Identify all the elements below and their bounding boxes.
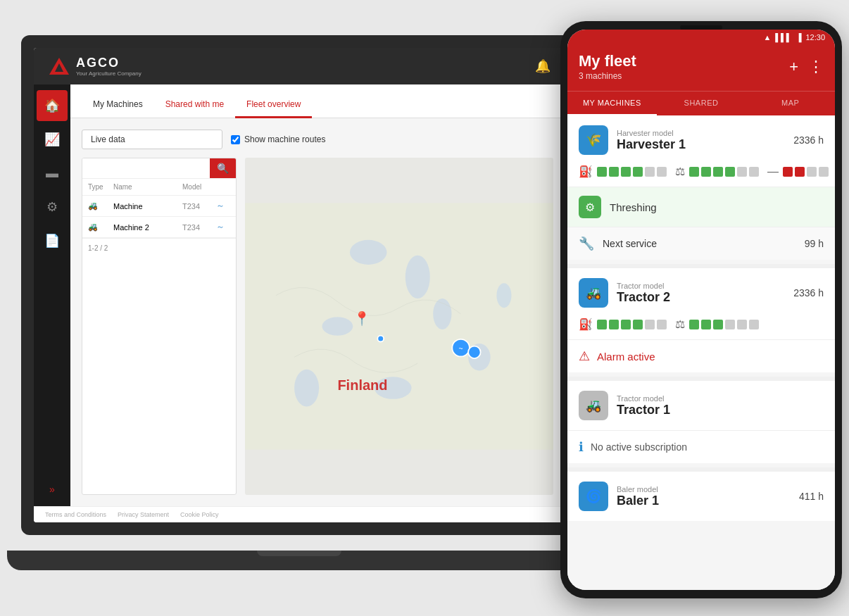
svg-point-4 <box>405 256 430 298</box>
row2-trend-icon: ～ <box>216 221 230 233</box>
harvester1-header[interactable]: 🌾 Harvester model Harvester 1 2336 h <box>567 115 835 165</box>
harvester1-hours: 2336 h <box>793 134 824 146</box>
agco-sub: Your Agriculture Company <box>76 70 142 77</box>
show-routes-checkbox-label[interactable]: Show machine routes <box>231 134 325 144</box>
baler1-header[interactable]: 🌀 Baler model Baler 1 411 h <box>567 472 835 521</box>
bar <box>597 167 607 177</box>
svg-point-14 <box>468 346 481 359</box>
sidebar: 🏠 📈 ▬ ⚙ 📄 » <box>34 84 70 506</box>
info-circle-icon: ℹ <box>579 439 584 455</box>
tractor2-header[interactable]: 🚜 Tractor model Tractor 2 2336 h <box>567 268 835 318</box>
sidebar-item-reports[interactable]: 📄 <box>37 225 68 256</box>
bar <box>657 320 667 329</box>
bar <box>701 320 711 329</box>
alarm-warning-icon: ⚠ <box>579 348 590 364</box>
table-row[interactable]: 🚜 Machine T234 ～ <box>82 196 236 217</box>
fleet-content: Live data Show machine routes <box>70 118 565 506</box>
bar <box>633 320 643 329</box>
table-row[interactable]: 🚜 Machine 2 T234 ～ <box>82 217 236 238</box>
footer-cookie[interactable]: Cookie Policy <box>180 511 219 518</box>
bar <box>689 320 699 329</box>
baler1-name: Baler 1 <box>617 494 791 508</box>
bar <box>645 320 655 329</box>
bar <box>609 320 619 329</box>
footer-privacy[interactable]: Privacy Statement <box>118 511 169 518</box>
threshing-text: Threshing <box>610 201 657 213</box>
row2-name: Machine 2 <box>113 223 177 232</box>
more-options-button[interactable]: ⋮ <box>808 58 824 76</box>
tab-shared-phone[interactable]: SHARED <box>657 92 746 115</box>
agco-name: AGCO <box>76 56 142 70</box>
phone-camera <box>680 25 722 30</box>
fuel-bars <box>597 167 667 177</box>
svg-point-5 <box>322 317 353 335</box>
footer-terms[interactable]: Terms and Conditions <box>45 511 106 518</box>
pagination-label: 1-2 / 2 <box>82 238 236 258</box>
sidebar-item-analytics[interactable]: 📈 <box>37 124 68 155</box>
phone-header-row: My fleet 3 machines + ⋮ <box>579 52 824 81</box>
row2-model: T234 <box>182 223 210 232</box>
baler1-card: 🌀 Baler model Baler 1 411 h <box>567 472 835 521</box>
load-icon-t2: ⚖ <box>675 318 685 331</box>
tab-fleet-overview[interactable]: Fleet overview <box>235 92 312 118</box>
tab-my-machines[interactable]: My Machines <box>82 92 154 118</box>
threshing-icon: ⚙ <box>579 196 601 218</box>
show-routes-label: Show machine routes <box>244 134 325 144</box>
time-label: 12:30 <box>805 33 825 42</box>
bar <box>597 320 607 329</box>
tab-shared-with-me[interactable]: Shared with me <box>154 92 235 118</box>
no-sub-label: No active subscription <box>591 441 687 453</box>
col-type: Type <box>88 183 108 191</box>
bar <box>621 320 631 329</box>
finland-map-label: Finland <box>337 377 387 394</box>
sidebar-item-settings[interactable]: ⚙ <box>37 191 68 222</box>
notification-bell-icon[interactable]: 🔔 <box>535 58 551 74</box>
tab-my-machines-phone[interactable]: MY MACHINES <box>567 92 657 115</box>
no-sub-row[interactable]: ℹ No active subscription <box>567 430 835 463</box>
sidebar-item-home[interactable]: 🏠 <box>37 90 68 121</box>
row1-type-icon: 🚜 <box>88 201 108 210</box>
laptop-screen: AGCO Your Agriculture Company 🔔 🏠 📈 ▬ ⚙ … <box>34 48 565 522</box>
bar <box>749 167 759 177</box>
tab-map-phone[interactable]: MAP <box>746 92 835 115</box>
machine-search-input[interactable] <box>82 158 210 178</box>
laptop-base <box>7 551 591 570</box>
harvester1-name: Harvester 1 <box>617 137 785 152</box>
svg-point-10 <box>496 283 511 308</box>
bar <box>645 167 655 177</box>
row1-model: T234 <box>182 202 210 210</box>
sidebar-expand-button[interactable]: » <box>44 478 61 501</box>
wifi-icon: ▲ <box>763 33 771 42</box>
phone-title: My fleet <box>579 52 636 70</box>
row1-name: Machine <box>113 202 177 210</box>
bar <box>807 167 817 177</box>
data-mode-dropdown[interactable]: Live data <box>82 130 222 149</box>
alarm-active-label: Alarm active <box>597 351 655 363</box>
bar <box>795 167 805 177</box>
bar <box>713 167 723 177</box>
search-button[interactable]: 🔍 <box>210 158 236 178</box>
next-service-row[interactable]: 🔧 Next service 99 h <box>567 227 835 260</box>
next-service-label: Next service <box>603 238 657 249</box>
tractor1-header[interactable]: 🚜 Tractor model Tractor 1 <box>567 381 835 430</box>
sidebar-item-fleet[interactable]: ▬ <box>37 158 68 189</box>
phone-title-block: My fleet 3 machines <box>579 52 636 81</box>
scene: AGCO Your Agriculture Company 🔔 🏠 📈 ▬ ⚙ … <box>0 0 849 616</box>
map-pin-1: 📍 <box>353 310 371 327</box>
bar <box>633 167 643 177</box>
agco-logo-text-block: AGCO Your Agriculture Company <box>76 56 142 77</box>
show-routes-checkbox[interactable] <box>231 135 240 144</box>
tractor2-progress: ⛽ ⚖ <box>567 318 835 339</box>
threshing-row[interactable]: ⚙ home Threshing <box>567 187 835 227</box>
harvester1-progress: ⛽ ⚖ <box>567 165 835 187</box>
svg-point-3 <box>350 240 387 265</box>
alarm-active-row[interactable]: ⚠ Alarm active <box>567 339 835 372</box>
laptop-main-content: 🏠 📈 ▬ ⚙ 📄 » My Machines Shared with me F… <box>34 84 565 506</box>
add-machine-button[interactable]: + <box>789 58 798 76</box>
tractor2-card: 🚜 Tractor model Tractor 2 2336 h ⛽ <box>567 268 835 372</box>
row2-type-icon: 🚜 <box>88 222 108 232</box>
search-row: 🔍 <box>82 158 236 179</box>
harvester1-info: Harvester model Harvester 1 <box>617 129 785 152</box>
row1-trend-icon: ～ <box>216 200 230 212</box>
battery-icon: ▐ <box>796 33 802 42</box>
